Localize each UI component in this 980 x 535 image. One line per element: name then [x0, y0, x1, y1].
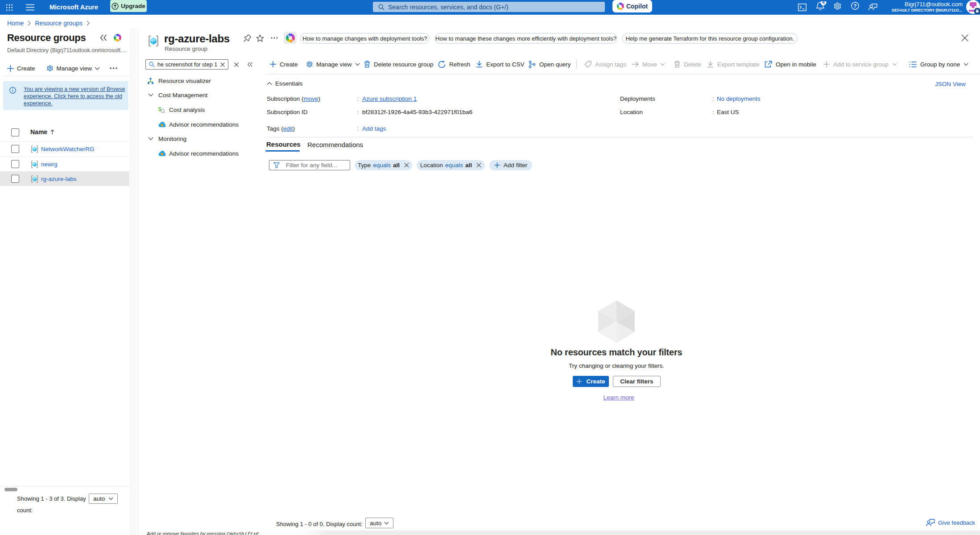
svg-text:4: 4 [822, 1, 825, 5]
svg-text:?: ? [854, 3, 857, 8]
